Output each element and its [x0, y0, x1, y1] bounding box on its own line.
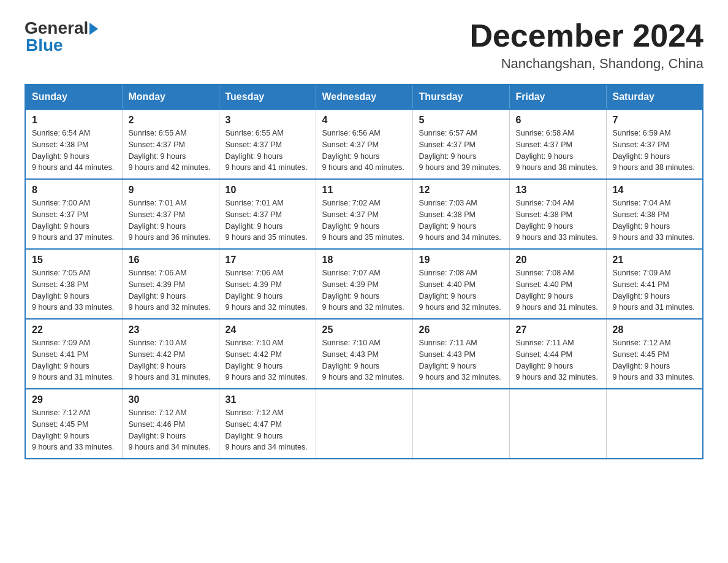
calendar-cell: 7Sunrise: 6:59 AMSunset: 4:37 PMDaylight…: [606, 109, 703, 179]
day-info: Sunrise: 6:58 AMSunset: 4:37 PMDaylight:…: [516, 129, 598, 172]
day-info: Sunrise: 6:56 AMSunset: 4:37 PMDaylight:…: [322, 129, 404, 172]
page-header: General Blue December 2024 Nanchangshan,…: [25, 18, 703, 72]
day-number: 23: [129, 324, 213, 335]
day-number: 11: [322, 185, 406, 196]
day-number: 3: [226, 115, 309, 126]
calendar-week-row: 8Sunrise: 7:00 AMSunset: 4:37 PMDaylight…: [25, 179, 703, 249]
calendar-cell: [316, 389, 412, 459]
day-info: Sunrise: 7:09 AMSunset: 4:41 PMDaylight:…: [32, 339, 114, 381]
logo-blue-text: Blue: [25, 36, 63, 55]
day-number: 24: [226, 324, 309, 335]
calendar-week-row: 29Sunrise: 7:12 AMSunset: 4:45 PMDayligh…: [25, 389, 703, 459]
header-friday: Friday: [509, 85, 606, 109]
day-number: 10: [226, 185, 309, 196]
day-info: Sunrise: 7:01 AMSunset: 4:37 PMDaylight:…: [226, 199, 308, 242]
calendar-cell: 8Sunrise: 7:00 AMSunset: 4:37 PMDaylight…: [25, 179, 122, 249]
day-number: 7: [613, 115, 697, 126]
calendar-cell: 6Sunrise: 6:58 AMSunset: 4:37 PMDaylight…: [509, 109, 606, 179]
day-number: 20: [516, 255, 600, 266]
day-number: 27: [516, 324, 600, 335]
day-number: 19: [419, 255, 503, 266]
day-info: Sunrise: 6:54 AMSunset: 4:38 PMDaylight:…: [32, 129, 114, 172]
calendar-cell: 18Sunrise: 7:07 AMSunset: 4:39 PMDayligh…: [316, 249, 412, 319]
calendar-cell: 13Sunrise: 7:04 AMSunset: 4:38 PMDayligh…: [509, 179, 606, 249]
calendar-week-row: 22Sunrise: 7:09 AMSunset: 4:41 PMDayligh…: [25, 319, 703, 389]
day-info: Sunrise: 7:05 AMSunset: 4:38 PMDaylight:…: [32, 269, 114, 312]
day-number: 8: [32, 185, 116, 196]
calendar-cell: 15Sunrise: 7:05 AMSunset: 4:38 PMDayligh…: [25, 249, 122, 319]
header-thursday: Thursday: [412, 85, 509, 109]
calendar-cell: 26Sunrise: 7:11 AMSunset: 4:43 PMDayligh…: [412, 319, 509, 389]
day-number: 29: [32, 394, 116, 405]
day-number: 21: [613, 255, 697, 266]
calendar-week-row: 15Sunrise: 7:05 AMSunset: 4:38 PMDayligh…: [25, 249, 703, 319]
calendar-cell: 12Sunrise: 7:03 AMSunset: 4:38 PMDayligh…: [412, 179, 509, 249]
calendar-cell: 24Sunrise: 7:10 AMSunset: 4:42 PMDayligh…: [219, 319, 316, 389]
location: Nanchangshan, Shandong, China: [469, 56, 703, 72]
day-info: Sunrise: 7:08 AMSunset: 4:40 PMDaylight:…: [516, 269, 598, 312]
day-info: Sunrise: 7:06 AMSunset: 4:39 PMDaylight:…: [129, 269, 211, 312]
day-number: 14: [613, 185, 697, 196]
calendar-cell: 30Sunrise: 7:12 AMSunset: 4:46 PMDayligh…: [122, 389, 219, 459]
day-number: 5: [419, 115, 503, 126]
calendar-week-row: 1Sunrise: 6:54 AMSunset: 4:38 PMDaylight…: [25, 109, 703, 179]
calendar-cell: 28Sunrise: 7:12 AMSunset: 4:45 PMDayligh…: [606, 319, 703, 389]
calendar-cell: 29Sunrise: 7:12 AMSunset: 4:45 PMDayligh…: [25, 389, 122, 459]
calendar-cell: 1Sunrise: 6:54 AMSunset: 4:38 PMDaylight…: [25, 109, 122, 179]
day-number: 26: [419, 324, 503, 335]
day-info: Sunrise: 7:10 AMSunset: 4:42 PMDaylight:…: [226, 339, 308, 381]
calendar-cell: 2Sunrise: 6:55 AMSunset: 4:37 PMDaylight…: [122, 109, 219, 179]
day-info: Sunrise: 7:04 AMSunset: 4:38 PMDaylight:…: [613, 199, 695, 242]
header-sunday: Sunday: [25, 85, 122, 109]
calendar-cell: 5Sunrise: 6:57 AMSunset: 4:37 PMDaylight…: [412, 109, 509, 179]
calendar-cell: 14Sunrise: 7:04 AMSunset: 4:38 PMDayligh…: [606, 179, 703, 249]
calendar-cell: 25Sunrise: 7:10 AMSunset: 4:43 PMDayligh…: [316, 319, 412, 389]
day-info: Sunrise: 7:11 AMSunset: 4:43 PMDaylight:…: [419, 339, 501, 381]
calendar-cell: 19Sunrise: 7:08 AMSunset: 4:40 PMDayligh…: [412, 249, 509, 319]
day-info: Sunrise: 7:10 AMSunset: 4:43 PMDaylight:…: [322, 339, 404, 381]
calendar-cell: 10Sunrise: 7:01 AMSunset: 4:37 PMDayligh…: [219, 179, 316, 249]
calendar-cell: 11Sunrise: 7:02 AMSunset: 4:37 PMDayligh…: [316, 179, 412, 249]
day-number: 4: [322, 115, 406, 126]
calendar-cell: 22Sunrise: 7:09 AMSunset: 4:41 PMDayligh…: [25, 319, 122, 389]
calendar-cell: 9Sunrise: 7:01 AMSunset: 4:37 PMDaylight…: [122, 179, 219, 249]
calendar-cell: [606, 389, 703, 459]
day-info: Sunrise: 7:08 AMSunset: 4:40 PMDaylight:…: [419, 269, 501, 312]
day-info: Sunrise: 7:10 AMSunset: 4:42 PMDaylight:…: [129, 339, 211, 381]
day-number: 30: [129, 394, 213, 405]
calendar-cell: 21Sunrise: 7:09 AMSunset: 4:41 PMDayligh…: [606, 249, 703, 319]
day-info: Sunrise: 7:07 AMSunset: 4:39 PMDaylight:…: [322, 269, 404, 312]
day-number: 13: [516, 185, 600, 196]
logo-arrow-icon: [89, 23, 98, 35]
title-area: December 2024 Nanchangshan, Shandong, Ch…: [469, 18, 703, 72]
day-info: Sunrise: 6:59 AMSunset: 4:37 PMDaylight:…: [613, 129, 695, 172]
day-info: Sunrise: 6:57 AMSunset: 4:37 PMDaylight:…: [419, 129, 501, 172]
day-info: Sunrise: 7:12 AMSunset: 4:47 PMDaylight:…: [226, 408, 308, 451]
day-number: 22: [32, 324, 116, 335]
day-number: 17: [226, 255, 309, 266]
calendar-table: SundayMondayTuesdayWednesdayThursdayFrid…: [25, 84, 703, 459]
day-info: Sunrise: 7:11 AMSunset: 4:44 PMDaylight:…: [516, 339, 598, 381]
day-info: Sunrise: 7:06 AMSunset: 4:39 PMDaylight:…: [226, 269, 308, 312]
day-info: Sunrise: 7:12 AMSunset: 4:46 PMDaylight:…: [129, 408, 211, 451]
calendar-cell: 3Sunrise: 6:55 AMSunset: 4:37 PMDaylight…: [219, 109, 316, 179]
calendar-cell: [509, 389, 606, 459]
day-number: 15: [32, 255, 116, 266]
header-monday: Monday: [122, 85, 219, 109]
calendar-cell: 20Sunrise: 7:08 AMSunset: 4:40 PMDayligh…: [509, 249, 606, 319]
logo: General Blue: [25, 18, 98, 55]
header-saturday: Saturday: [606, 85, 703, 109]
header-wednesday: Wednesday: [316, 85, 412, 109]
day-number: 6: [516, 115, 600, 126]
day-number: 25: [322, 324, 406, 335]
day-info: Sunrise: 7:12 AMSunset: 4:45 PMDaylight:…: [32, 408, 114, 451]
calendar-cell: 4Sunrise: 6:56 AMSunset: 4:37 PMDaylight…: [316, 109, 412, 179]
day-number: 31: [226, 394, 309, 405]
calendar-header-row: SundayMondayTuesdayWednesdayThursdayFrid…: [25, 85, 703, 109]
month-title: December 2024: [469, 18, 703, 53]
day-number: 12: [419, 185, 503, 196]
day-number: 9: [129, 185, 213, 196]
calendar-cell: [412, 389, 509, 459]
day-info: Sunrise: 7:03 AMSunset: 4:38 PMDaylight:…: [419, 199, 501, 242]
day-info: Sunrise: 7:02 AMSunset: 4:37 PMDaylight:…: [322, 199, 404, 242]
